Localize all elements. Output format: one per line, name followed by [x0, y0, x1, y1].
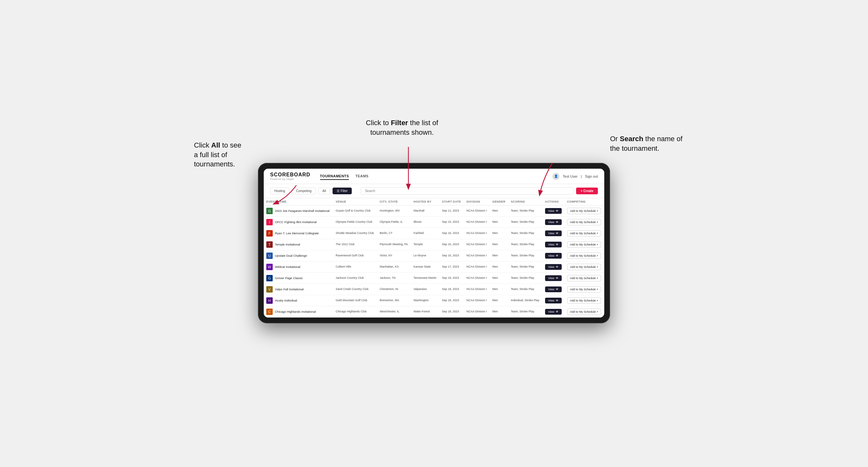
hosted-by-cell-0: Marshall	[411, 206, 439, 217]
add-schedule-button-5[interactable]: Add to My Schedule +	[567, 264, 601, 270]
competing-cell-0: Add to My Schedule +	[565, 206, 604, 217]
view-button-1[interactable]: View 👁	[545, 219, 562, 225]
eye-icon-4: 👁	[556, 254, 558, 257]
create-button[interactable]: + Create	[576, 188, 598, 194]
filter-toggle-button[interactable]: ☰ Filter	[333, 188, 352, 194]
view-button-4[interactable]: View 👁	[545, 253, 562, 259]
divider: |	[581, 175, 582, 178]
hosted-by-cell-7: Valparaiso	[411, 284, 439, 295]
event-name-cell-9: C Chicago Highlands Invitational	[264, 306, 333, 317]
nav-tabs: TOURNAMENTS TEAMS	[320, 173, 553, 180]
city-state-cell-7: Chesterton, IN	[377, 284, 411, 295]
col-hosted-by: HOSTED BY	[411, 198, 439, 206]
event-name-cell-1: I OFCC Fighting Illini Invitational	[264, 217, 333, 228]
view-button-2[interactable]: View 👁	[545, 230, 562, 236]
actions-cell-8: View 👁	[542, 295, 565, 306]
gender-cell-6: Men	[490, 273, 508, 284]
view-button-5[interactable]: View 👁	[545, 264, 562, 270]
division-cell-7: NCAA Division I	[464, 284, 490, 295]
view-button-9[interactable]: View 👁	[545, 309, 562, 315]
eye-icon-7: 👁	[556, 288, 558, 291]
team-logo-7: V	[266, 286, 273, 292]
actions-cell-7: View 👁	[542, 284, 565, 295]
add-schedule-button-4[interactable]: Add to My Schedule +	[567, 253, 601, 259]
event-name-text-7: Valpo Fall Invitational	[275, 287, 304, 291]
logo-area: SCOREBOARD Powered by clippd	[270, 172, 310, 181]
event-name-cell-6: G Grover Page Classic	[264, 273, 333, 284]
eye-icon-2: 👁	[556, 232, 558, 235]
competing-cell-1: Add to My Schedule +	[565, 217, 604, 228]
app-logo: SCOREBOARD	[270, 172, 310, 178]
hosted-by-cell-9: Wake Forest	[411, 306, 439, 317]
hosted-by-cell-2: Fairfield	[411, 228, 439, 239]
competing-cell-2: Add to My Schedule +	[565, 228, 604, 239]
division-cell-3: NCAA Division I	[464, 239, 490, 250]
start-date-cell-9: Sep 18, 2023	[439, 306, 464, 317]
search-input[interactable]	[361, 187, 574, 195]
event-name-cell-8: H Husky Individual	[264, 295, 333, 306]
signout-link[interactable]: Sign out	[585, 175, 598, 178]
gender-cell-1: Men	[490, 217, 508, 228]
add-schedule-button-9[interactable]: Add to My Schedule +	[567, 309, 601, 315]
start-date-cell-8: Sep 18, 2023	[439, 295, 464, 306]
table-row: G 2023 Joe Feaganes Marshall Invitationa…	[264, 206, 604, 217]
tournaments-table-wrapper: EVENT NAME VENUE CITY, STATE HOSTED BY S…	[264, 198, 604, 317]
gender-cell-9: Men	[490, 306, 508, 317]
hosted-by-cell-8: Washington	[411, 295, 439, 306]
add-schedule-button-1[interactable]: Add to My Schedule +	[567, 219, 601, 225]
add-schedule-button-6[interactable]: Add to My Schedule +	[567, 275, 601, 281]
team-logo-6: G	[266, 275, 273, 281]
tab-teams[interactable]: TEAMS	[355, 173, 368, 180]
hosted-by-cell-1: Illinois	[411, 217, 439, 228]
hosting-button[interactable]: Hosting	[270, 188, 289, 194]
view-button-7[interactable]: View 👁	[545, 286, 562, 292]
actions-cell-9: View 👁	[542, 306, 565, 317]
event-name-text-3: Temple Invitational	[275, 243, 300, 246]
view-button-8[interactable]: View 👁	[545, 298, 562, 304]
gender-cell-5: Men	[490, 261, 508, 273]
gender-cell-8: Men	[490, 295, 508, 306]
actions-cell-2: View 👁	[542, 228, 565, 239]
scoring-cell-1: Team, Stroke Play	[508, 217, 542, 228]
add-schedule-button-8[interactable]: Add to My Schedule +	[567, 298, 601, 304]
add-schedule-button-2[interactable]: Add to My Schedule +	[567, 230, 601, 237]
logo-subtitle: Powered by clippd	[270, 178, 310, 181]
city-state-cell-5: Manhattan, KS	[377, 261, 411, 273]
start-date-cell-6: Sep 18, 2023	[439, 273, 464, 284]
view-button-3[interactable]: View 👁	[545, 242, 562, 247]
division-cell-4: NCAA Division I	[464, 250, 490, 261]
event-name-cell-4: U Upstate Dual Challenge	[264, 250, 333, 261]
actions-cell-1: View 👁	[542, 217, 565, 228]
header-right: 👤 Test User | Sign out	[552, 173, 598, 180]
competing-cell-7: Add to My Schedule +	[565, 284, 604, 295]
scoring-cell-3: Team, Stroke Play	[508, 239, 542, 250]
hosted-by-cell-5: Kansas State	[411, 261, 439, 273]
add-schedule-button-3[interactable]: Add to My Schedule +	[567, 241, 601, 248]
tablet-screen: SCOREBOARD Powered by clippd TOURNAMENTS…	[264, 169, 604, 317]
view-button-0[interactable]: View 👁	[545, 208, 562, 214]
venue-cell-3: The 1912 Club	[333, 239, 377, 250]
tournaments-table: EVENT NAME VENUE CITY, STATE HOSTED BY S…	[264, 198, 604, 317]
add-schedule-button-7[interactable]: Add to My Schedule +	[567, 286, 601, 292]
add-schedule-button-0[interactable]: Add to My Schedule +	[567, 208, 601, 214]
competing-cell-6: Add to My Schedule +	[565, 273, 604, 284]
table-row: I OFCC Fighting Illini Invitational Olym…	[264, 217, 604, 228]
event-name-text-4: Upstate Dual Challenge	[275, 254, 307, 258]
tab-tournaments[interactable]: TOURNAMENTS	[320, 173, 349, 180]
annotation-top-center: Click to Filter the list of tournaments …	[348, 118, 456, 137]
view-button-6[interactable]: View 👁	[545, 275, 562, 281]
team-logo-1: I	[266, 219, 273, 225]
event-name-text-0: 2023 Joe Feaganes Marshall Invitational	[275, 209, 330, 213]
competing-cell-9: Add to My Schedule +	[565, 306, 604, 317]
competing-button[interactable]: Competing	[292, 188, 316, 194]
team-logo-5: W	[266, 264, 273, 270]
start-date-cell-0: Sep 11, 2023	[439, 206, 464, 217]
table-header-row: EVENT NAME VENUE CITY, STATE HOSTED BY S…	[264, 198, 604, 206]
city-state-cell-4: Victor, NY	[377, 250, 411, 261]
event-name-text-2: Ryan T. Lee Memorial Collegiate	[275, 231, 319, 235]
table-row: V Valpo Fall Invitational Sand Creek Cou…	[264, 284, 604, 295]
username: Test User	[563, 175, 578, 178]
table-row: T Temple Invitational The 1912 Club Plym…	[264, 239, 604, 250]
eye-icon-3: 👁	[556, 243, 558, 246]
all-button[interactable]: All	[318, 188, 330, 194]
